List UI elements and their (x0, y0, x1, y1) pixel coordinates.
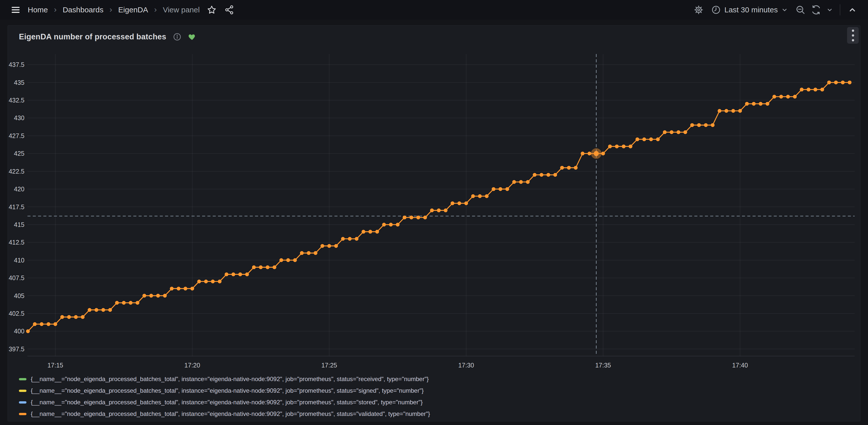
data-point (560, 166, 564, 170)
x-tick-label: 17:25 (321, 362, 337, 369)
legend-label: {__name__="node_eigenda_processed_batche… (31, 375, 429, 382)
data-point (601, 152, 605, 155)
y-tick-label: 412.5 (8, 239, 25, 246)
data-point (369, 230, 372, 234)
data-point (615, 145, 619, 148)
data-point (724, 109, 728, 113)
y-tick-label: 432.5 (8, 97, 25, 104)
legend-item-signed[interactable]: {__name__="node_eigenda_processed_batche… (19, 385, 860, 396)
legend-item-validated[interactable]: {__name__="node_eigenda_processed_batche… (19, 408, 860, 420)
data-point (451, 201, 455, 205)
data-point (820, 88, 824, 91)
data-point (766, 102, 770, 106)
data-point (197, 280, 201, 283)
data-point (588, 152, 591, 155)
y-tick-label: 405 (14, 292, 25, 299)
series-color-pill (19, 378, 27, 380)
data-point (567, 166, 571, 170)
data-point (108, 308, 112, 312)
top-nav: Home › Dashboards › EigenDA › View panel… (0, 0, 868, 20)
collapse-chevron-up-icon[interactable] (845, 3, 860, 17)
data-point (581, 152, 585, 155)
legend-item-stored[interactable]: {__name__="node_eigenda_processed_batche… (19, 396, 860, 408)
y-tick-label: 402.5 (8, 310, 25, 317)
data-point (533, 173, 536, 177)
time-range-picker[interactable]: Last 30 minutes (707, 3, 792, 17)
zoom-out-icon[interactable] (794, 3, 807, 17)
share-icon[interactable] (222, 3, 237, 17)
data-point (403, 216, 406, 219)
data-point (498, 187, 502, 191)
data-point (348, 237, 351, 241)
nav-divider (840, 4, 840, 16)
data-point (663, 130, 666, 134)
data-point (170, 287, 174, 290)
series-color-pill (19, 413, 27, 415)
data-point (60, 315, 64, 319)
data-point (135, 301, 140, 305)
data-point (478, 194, 482, 198)
data-point (834, 81, 838, 84)
data-point (409, 216, 413, 219)
data-point (656, 137, 660, 141)
data-point (252, 265, 256, 269)
data-point (328, 244, 331, 248)
data-point (190, 287, 194, 290)
data-point (101, 308, 105, 312)
panel-info-icon[interactable] (173, 33, 182, 41)
data-point (375, 230, 379, 234)
breadcrumb-eigenda[interactable]: EigenDA (117, 5, 150, 14)
refresh-interval-dropdown[interactable] (825, 3, 835, 17)
data-point (163, 294, 167, 298)
data-point (389, 223, 393, 226)
favorite-star-icon[interactable] (205, 3, 219, 17)
data-point (813, 88, 817, 91)
y-tick-label: 415 (14, 221, 25, 228)
data-point (293, 258, 297, 262)
data-point (54, 322, 57, 326)
data-point (519, 180, 523, 184)
dashboard-settings-gear-icon[interactable] (691, 3, 706, 17)
data-point (670, 130, 674, 134)
panel-header: EigenDA number of processed batches (8, 26, 860, 41)
breadcrumb-dashboards[interactable]: Dashboards (61, 5, 105, 14)
refresh-icon[interactable] (809, 3, 823, 17)
panel-title: EigenDA number of processed batches (19, 32, 166, 41)
data-point (382, 223, 386, 226)
data-point (149, 294, 153, 298)
chevron-down-icon (781, 6, 788, 13)
data-point (177, 287, 181, 290)
data-point (526, 180, 530, 184)
chart-svg[interactable]: 397.5400402.5405407.5410412.5415417.5420… (8, 41, 861, 370)
data-point (464, 201, 468, 205)
y-tick-label: 422.5 (8, 168, 25, 175)
data-point (334, 244, 338, 248)
data-point (793, 95, 797, 98)
panel-menu-kebab[interactable] (847, 27, 859, 44)
y-tick-label: 430 (14, 114, 25, 121)
panel-health-heart-icon (188, 33, 196, 41)
legend-label: {__name__="node_eigenda_processed_batche… (31, 410, 430, 418)
data-point (224, 273, 228, 276)
data-point (779, 95, 783, 98)
data-point (129, 301, 132, 305)
data-point (848, 81, 851, 84)
y-tick-label: 397.5 (8, 345, 25, 352)
hamburger-menu-icon[interactable] (8, 3, 23, 17)
data-point (773, 95, 776, 98)
data-point (622, 145, 625, 148)
breadcrumb-home[interactable]: Home (26, 5, 50, 14)
data-point (690, 123, 694, 127)
heart-shape (188, 34, 195, 40)
data-point (245, 273, 249, 276)
data-point (786, 95, 790, 98)
breadcrumb-view-panel: View panel (161, 5, 201, 14)
data-point (492, 187, 496, 191)
data-point (437, 208, 440, 212)
timeseries-panel: EigenDA number of processed batches 397.… (7, 25, 861, 422)
data-point (841, 81, 844, 84)
x-tick-label: 17:20 (185, 362, 200, 369)
breadcrumb-separator: › (153, 5, 158, 14)
legend-item-received[interactable]: {__name__="node_eigenda_processed_batche… (19, 373, 860, 385)
y-tick-label: 425 (14, 150, 25, 157)
